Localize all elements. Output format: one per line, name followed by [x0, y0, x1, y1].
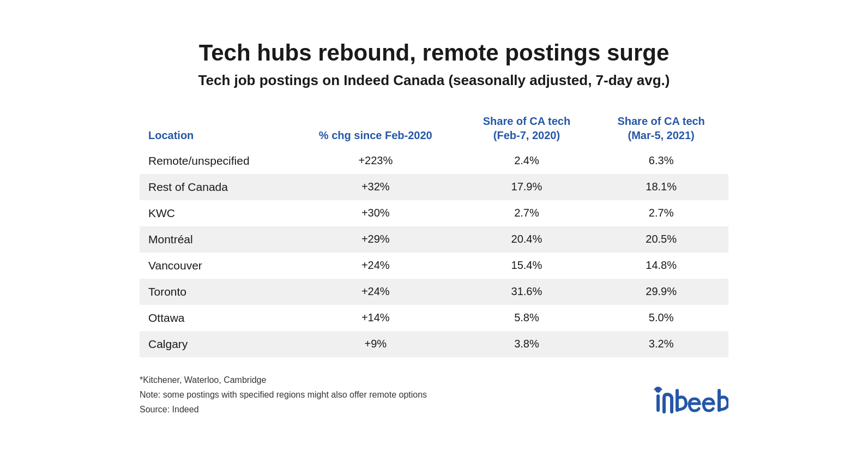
cell-location: Ottawa: [140, 305, 292, 331]
page-container: Tech hubs rebound, remote postings surge…: [107, 17, 761, 439]
cell-share-mar: 6.3%: [594, 148, 728, 174]
indeed-logo: [652, 387, 728, 417]
cell-pct-chg: +223%: [292, 148, 460, 174]
table-row: Remote/unspecified+223%2.4%6.3%: [140, 148, 728, 174]
cell-share-feb: 20.4%: [460, 226, 594, 253]
table-row: Ottawa+14%5.8%5.0%: [140, 305, 728, 331]
data-table: Location % chg since Feb-2020 Share of C…: [140, 109, 728, 357]
table-row: Vancouver+24%15.4%14.8%: [140, 253, 728, 279]
cell-share-mar: 29.9%: [594, 279, 728, 305]
cell-share-feb: 15.4%: [460, 253, 594, 279]
cell-pct-chg: +32%: [292, 174, 460, 200]
footnote-3: Source: Indeed: [140, 402, 427, 417]
cell-share-mar: 14.8%: [594, 253, 728, 279]
indeed-logo-svg: [652, 387, 728, 417]
cell-share-mar: 3.2%: [594, 331, 728, 357]
cell-share-feb: 2.7%: [460, 200, 594, 226]
cell-pct-chg: +14%: [292, 305, 460, 331]
table-row: KWC+30%2.7%2.7%: [140, 200, 728, 226]
footnote-2: Note: some postings with specified regio…: [140, 387, 427, 402]
footnote-1: *Kitchener, Waterloo, Cambridge: [140, 373, 427, 387]
cell-pct-chg: +30%: [292, 200, 460, 226]
cell-location: Montréal: [140, 226, 292, 253]
cell-location: KWC: [140, 200, 292, 226]
cell-share-feb: 3.8%: [460, 331, 594, 357]
col-header-pct-chg: % chg since Feb-2020: [292, 109, 460, 148]
col-header-share-feb: Share of CA tech(Feb-7, 2020): [460, 109, 594, 148]
cell-share-mar: 20.5%: [594, 226, 728, 253]
cell-pct-chg: +24%: [292, 279, 460, 305]
col-header-share-mar: Share of CA tech(Mar-5, 2021): [594, 109, 728, 148]
cell-pct-chg: +9%: [292, 331, 460, 357]
svg-rect-1: [656, 394, 660, 412]
table-row: Rest of Canada+32%17.9%18.1%: [140, 174, 728, 200]
footer: *Kitchener, Waterloo, Cambridge Note: so…: [140, 373, 728, 417]
cell-share-mar: 2.7%: [594, 200, 728, 226]
cell-pct-chg: +24%: [292, 253, 460, 279]
footer-notes: *Kitchener, Waterloo, Cambridge Note: so…: [140, 373, 427, 417]
cell-share-feb: 2.4%: [460, 148, 594, 174]
cell-share-feb: 31.6%: [460, 279, 594, 305]
cell-share-mar: 18.1%: [594, 174, 728, 200]
cell-location: Rest of Canada: [140, 174, 292, 200]
cell-pct-chg: +29%: [292, 226, 460, 253]
cell-share-mar: 5.0%: [594, 305, 728, 331]
table-row: Calgary+9%3.8%3.2%: [140, 331, 728, 357]
sub-title: Tech job postings on Indeed Canada (seas…: [140, 72, 728, 89]
cell-location: Vancouver: [140, 253, 292, 279]
table-header-row: Location % chg since Feb-2020 Share of C…: [140, 109, 728, 148]
cell-share-feb: 5.8%: [460, 305, 594, 331]
table-row: Montréal+29%20.4%20.5%: [140, 226, 728, 253]
cell-share-feb: 17.9%: [460, 174, 594, 200]
col-header-location: Location: [140, 109, 292, 148]
cell-location: Remote/unspecified: [140, 148, 292, 174]
main-title: Tech hubs rebound, remote postings surge: [140, 39, 728, 67]
table-row: Toronto+24%31.6%29.9%: [140, 279, 728, 305]
cell-location: Toronto: [140, 279, 292, 305]
cell-location: Calgary: [140, 331, 292, 357]
